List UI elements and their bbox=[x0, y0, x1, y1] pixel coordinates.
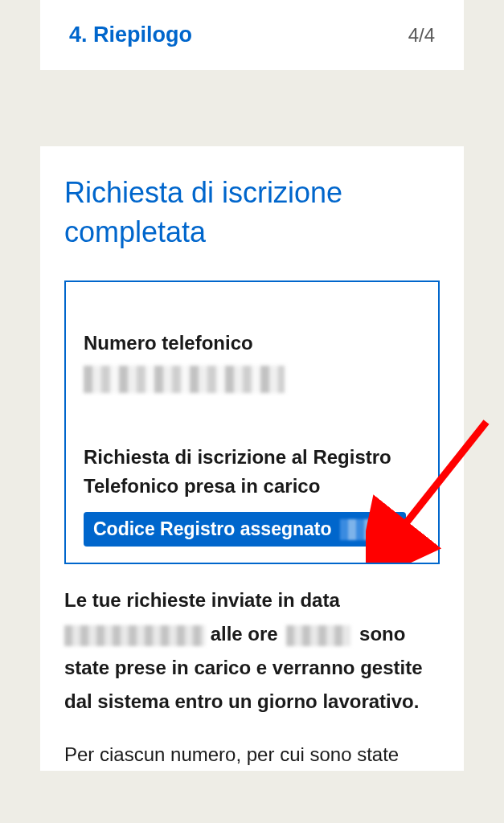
confirmation-card: Richiesta di iscrizione completata Numer… bbox=[40, 146, 464, 771]
time-redacted bbox=[286, 625, 350, 646]
text-fragment: Le tue richieste inviate in data bbox=[64, 589, 340, 611]
text-fragment: alle ore bbox=[211, 623, 278, 645]
step-header: 4. Riepilogo 4/4 bbox=[40, 0, 464, 70]
code-value-redacted bbox=[340, 519, 396, 540]
step-title: 4. Riepilogo bbox=[69, 23, 192, 47]
phone-label: Numero telefonico bbox=[84, 332, 420, 354]
code-badge: Codice Registro assegnato bbox=[84, 512, 406, 547]
phone-value-redacted bbox=[84, 366, 285, 393]
date-redacted bbox=[64, 625, 205, 646]
step-count: 4/4 bbox=[408, 24, 435, 47]
page-title: Richiesta di iscrizione completata bbox=[64, 174, 440, 252]
code-label: Codice Registro assegnato bbox=[93, 518, 332, 540]
request-status: Richiesta di iscrizione al Registro Tele… bbox=[84, 443, 420, 501]
secondary-text: Per ciascun numero, per cui sono state bbox=[64, 739, 440, 770]
confirmation-text: Le tue richieste inviate in data alle or… bbox=[64, 583, 440, 719]
info-box: Numero telefonico Richiesta di iscrizion… bbox=[64, 280, 440, 564]
